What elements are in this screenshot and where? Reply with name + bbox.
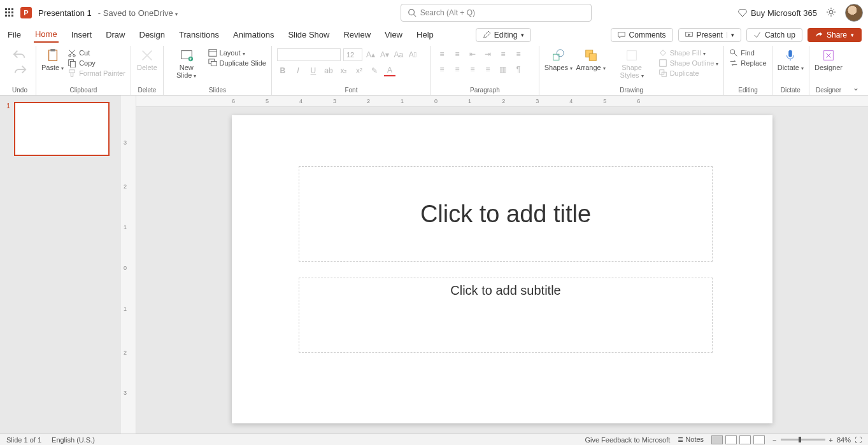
undo-button[interactable] [9, 48, 31, 62]
tab-animations[interactable]: Animations [232, 27, 275, 42]
subtitle-placeholder[interactable]: Click to add subtitle [299, 278, 713, 353]
tab-view[interactable]: View [383, 27, 404, 42]
search-input[interactable]: Search (Alt + Q) [401, 4, 592, 22]
change-case-icon[interactable]: Aa [393, 49, 404, 60]
text-direction-button[interactable]: ≡ [513, 48, 524, 60]
shape-outline-button[interactable]: Shape Outline [658, 59, 719, 67]
copy-label: Copy [79, 59, 96, 67]
comments-button[interactable]: Comments [611, 28, 673, 42]
delete-button[interactable]: Delete [136, 48, 158, 71]
align-left-button[interactable]: ≡ [436, 64, 448, 75]
slide-canvas[interactable]: Click to add title Click to add subtitle [232, 115, 772, 423]
reading-view-button[interactable] [739, 435, 751, 444]
slide-counter[interactable]: Slide 1 of 1 [6, 436, 41, 444]
present-button[interactable]: Present ▾ [678, 28, 741, 42]
indent-inc-button[interactable]: ⇥ [482, 48, 494, 60]
tab-review[interactable]: Review [342, 27, 372, 42]
language-status[interactable]: English (U.S.) [52, 436, 95, 444]
comments-label: Comments [629, 31, 666, 39]
clear-format-icon[interactable]: A⃠ [407, 49, 418, 60]
layout-button[interactable]: Layout [208, 48, 266, 57]
catchup-label: Catch up [765, 31, 795, 39]
shape-fill-button[interactable]: Shape Fill [658, 48, 719, 57]
designer-button[interactable]: Designer [815, 48, 843, 71]
line-spacing-button[interactable]: ≡ [497, 48, 509, 60]
share-button[interactable]: Share ▾ [808, 28, 862, 42]
bullets-button[interactable]: ≡ [436, 48, 448, 60]
ribbon-collapse-button[interactable]: ⌄ [848, 81, 864, 95]
increase-font-icon[interactable]: A▴ [365, 49, 376, 60]
zoom-percent[interactable]: 84% [837, 436, 851, 444]
fit-button[interactable]: ⛶ [855, 436, 862, 444]
slideshow-view-button[interactable] [753, 435, 765, 444]
thumbnail-panel[interactable]: 1 [0, 95, 121, 434]
font-size-input[interactable]: 12 [343, 48, 362, 61]
buy-microsoft-link[interactable]: Buy Microsoft 365 [738, 8, 817, 18]
dictate-button[interactable]: Dictate [778, 48, 804, 71]
decrease-font-icon[interactable]: A▾ [379, 49, 390, 60]
tab-insert[interactable]: Insert [70, 27, 94, 42]
shape-styles-button[interactable]: Shape Styles [609, 48, 655, 80]
replace-button[interactable]: Replace [729, 59, 766, 67]
title-placeholder[interactable]: Click to add title [299, 166, 713, 262]
tab-file[interactable]: File [6, 27, 22, 42]
subscript-button[interactable]: x₂ [338, 65, 350, 76]
zoom-in-button[interactable]: + [829, 436, 833, 444]
redo-button[interactable] [9, 64, 31, 78]
tab-design[interactable]: Design [138, 27, 166, 42]
rtl-button[interactable]: ¶ [513, 64, 524, 75]
underline-button[interactable]: U [308, 65, 319, 76]
ruler-tick: 2 [502, 98, 505, 104]
format-painter-button[interactable]: Format Painter [68, 69, 125, 78]
bold-button[interactable]: B [277, 65, 288, 76]
notes-button[interactable]: ≣ Notes [678, 435, 704, 444]
tab-home[interactable]: Home [34, 27, 59, 43]
indent-dec-button[interactable]: ⇤ [467, 48, 478, 60]
copy-button[interactable]: Copy [68, 59, 125, 67]
italic-button[interactable]: I [292, 65, 304, 76]
zoom-out-button[interactable]: − [772, 436, 776, 444]
justify-button[interactable]: ≡ [482, 64, 494, 75]
duplicate-shape-button[interactable]: Duplicate [658, 69, 719, 78]
tab-slideshow[interactable]: Slide Show [287, 27, 331, 42]
font-family-input[interactable] [277, 48, 341, 61]
arrange-icon [584, 48, 598, 62]
sorter-view-button[interactable] [725, 435, 737, 444]
group-paragraph: ≡ ≡ ⇤ ⇥ ≡ ≡ ≡ ≡ ≡ ≡ ▥ ¶ Paragraph [431, 46, 539, 95]
highlight-button[interactable]: ✎ [369, 65, 380, 76]
catchup-button[interactable]: Catch up [746, 28, 802, 42]
thumbnail-slide-1[interactable] [14, 102, 110, 156]
columns-button[interactable]: ▥ [497, 64, 509, 75]
settings-button[interactable] [826, 7, 836, 19]
thumbnail-row-1[interactable]: 1 [6, 102, 115, 156]
avatar[interactable] [845, 4, 863, 22]
save-status[interactable]: - Saved to OneDrive [98, 8, 178, 18]
zoom-thumb[interactable] [799, 437, 801, 442]
ruler-tick: 3 [333, 98, 336, 104]
app-launcher-icon[interactable] [5, 8, 14, 17]
find-button[interactable]: Find [729, 48, 766, 57]
editing-mode-button[interactable]: Editing ▾ [476, 28, 532, 42]
duplicate-slide-button[interactable]: Duplicate Slide [208, 59, 266, 67]
new-slide-button[interactable]: New Slide [169, 48, 204, 80]
dictate-label: Dictate [778, 64, 804, 71]
superscript-button[interactable]: x² [353, 65, 365, 76]
align-center-button[interactable]: ≡ [452, 64, 463, 75]
normal-view-button[interactable] [711, 435, 723, 444]
strike-button[interactable]: ab [323, 65, 334, 76]
shapes-button[interactable]: Shapes [544, 48, 573, 71]
font-color-button[interactable]: A [384, 65, 395, 76]
svg-rect-5 [50, 49, 55, 52]
doc-title[interactable]: Presentation 1 [38, 8, 92, 18]
zoom-slider[interactable] [781, 439, 825, 441]
tab-transitions[interactable]: Transitions [178, 27, 220, 42]
arrange-button[interactable]: Arrange [576, 48, 606, 71]
paste-button[interactable]: Paste [41, 48, 64, 71]
align-right-button[interactable]: ≡ [467, 64, 478, 75]
numbering-button[interactable]: ≡ [452, 48, 463, 60]
feedback-link[interactable]: Give Feedback to Microsoft [585, 436, 670, 444]
ruler-tick: 1 [401, 98, 404, 104]
cut-button[interactable]: Cut [68, 48, 125, 57]
tab-draw[interactable]: Draw [104, 27, 126, 42]
tab-help[interactable]: Help [415, 27, 435, 42]
